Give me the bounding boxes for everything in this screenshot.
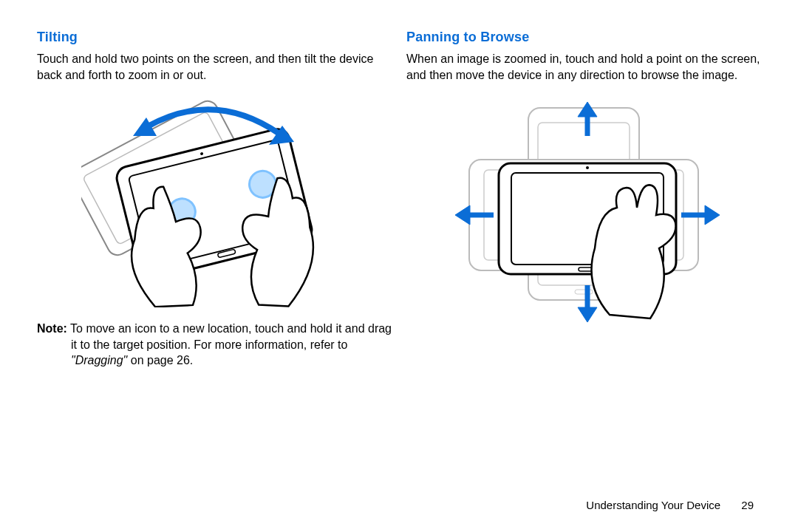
note-text-2: on page 26. bbox=[127, 354, 193, 366]
svg-marker-23 bbox=[578, 307, 597, 322]
svg-marker-27 bbox=[705, 205, 720, 225]
tilting-figure bbox=[37, 93, 392, 307]
svg-marker-25 bbox=[455, 205, 470, 225]
footer-section: Understanding Your Device bbox=[586, 499, 720, 511]
tilting-heading: Tilting bbox=[37, 30, 392, 45]
panning-figure bbox=[406, 93, 761, 337]
tilting-illustration-icon bbox=[81, 93, 347, 307]
tilting-note: Note: To move an icon to a new location,… bbox=[37, 321, 392, 369]
right-column: Panning to Browse When an image is zoome… bbox=[406, 30, 761, 532]
document-page: Tilting Touch and hold two points on the… bbox=[0, 0, 798, 532]
note-text-1: To move an icon to a new location, touch… bbox=[67, 322, 392, 351]
note-ref: "Dragging" bbox=[71, 354, 127, 366]
panning-body: When an image is zoomed in, touch and ho… bbox=[406, 51, 761, 83]
panning-heading: Panning to Browse bbox=[406, 30, 761, 45]
note-label: Note: bbox=[37, 322, 67, 335]
footer-page-number: 29 bbox=[741, 499, 754, 511]
page-footer: Understanding Your Device 29 bbox=[586, 499, 754, 511]
tilting-body: Touch and hold two points on the screen,… bbox=[37, 51, 392, 83]
left-column: Tilting Touch and hold two points on the… bbox=[37, 30, 392, 532]
svg-point-18 bbox=[586, 166, 589, 169]
panning-illustration-icon bbox=[429, 93, 739, 337]
